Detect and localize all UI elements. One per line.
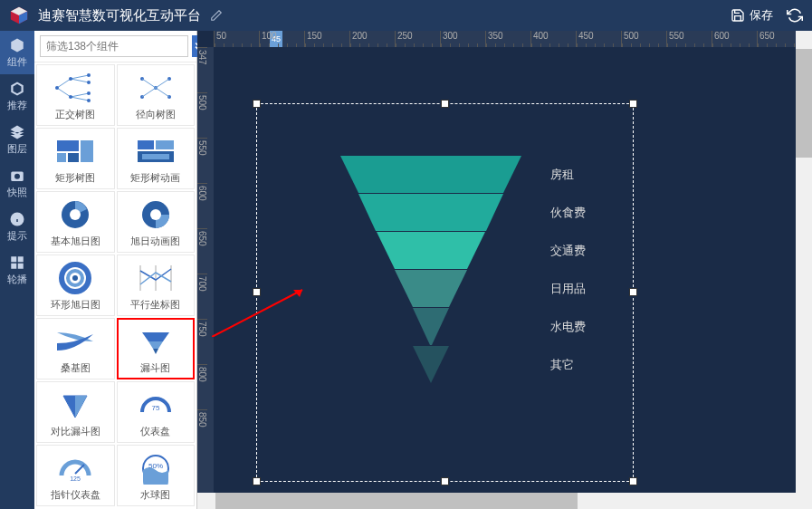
funnel-row: 水电费: [322, 308, 630, 346]
svg-rect-32: [57, 140, 79, 151]
svg-point-20: [87, 81, 91, 84]
svg-line-15: [71, 97, 89, 101]
svg-text:50%: 50%: [148, 462, 163, 470]
ruler-horizontal: 45 5010015020025030035040045050055060065…: [214, 31, 812, 47]
resize-handle-bl[interactable]: [253, 477, 261, 485]
resize-handle-tc[interactable]: [441, 100, 449, 108]
nav-item-tips[interactable]: 提示: [0, 205, 34, 248]
component-label: 矩形树动画: [130, 171, 180, 185]
component-label: 基本旭日图: [51, 235, 100, 248]
funnel-segment: [413, 346, 449, 383]
component-item[interactable]: 矩形树动画: [117, 128, 196, 189]
save-icon: [731, 8, 745, 23]
component-label: 仪表盘: [140, 425, 170, 438]
search-input[interactable]: [40, 35, 188, 57]
resize-handle-mr[interactable]: [629, 288, 637, 296]
app-header: 迪赛智慧数可视化互动平台 保存: [0, 0, 812, 31]
component-item[interactable]: 75仪表盘: [117, 381, 196, 443]
component-item[interactable]: 径向树图: [117, 64, 196, 126]
component-label: 桑基图: [61, 361, 91, 375]
component-label: 环形旭日图: [51, 298, 100, 312]
svg-point-21: [87, 91, 91, 95]
svg-point-16: [55, 86, 59, 90]
scrollbar-horizontal[interactable]: [197, 493, 796, 509]
svg-line-29: [156, 79, 169, 88]
edit-icon[interactable]: [210, 9, 223, 22]
funnel-row: 交通费: [322, 232, 630, 270]
svg-rect-35: [68, 153, 79, 162]
funnel-label: 日用品: [550, 281, 586, 297]
funnel-segment: [377, 232, 485, 269]
component-thumb: [48, 197, 102, 233]
svg-rect-36: [138, 140, 154, 149]
component-label: 水球图: [140, 488, 170, 502]
svg-text:125: 125: [70, 475, 81, 482]
component-thumb: 50%: [129, 450, 183, 486]
component-thumb: [48, 70, 102, 106]
component-item[interactable]: 平行坐标图: [117, 254, 196, 316]
app-title: 迪赛智慧数可视化互动平台: [38, 7, 201, 24]
funnel-label: 房租: [550, 167, 574, 183]
svg-point-4: [14, 173, 20, 178]
component-item[interactable]: 环形旭日图: [36, 254, 115, 316]
svg-marker-52: [153, 349, 158, 354]
component-thumb: [48, 133, 102, 169]
app-logo: [9, 5, 29, 25]
svg-line-14: [71, 93, 89, 97]
component-thumb: [48, 323, 102, 360]
svg-line-12: [71, 75, 89, 79]
svg-point-43: [150, 209, 161, 220]
svg-rect-7: [18, 256, 24, 262]
component-item[interactable]: 基本旭日图: [36, 191, 115, 253]
scrollbar-vertical[interactable]: [796, 31, 812, 509]
component-item[interactable]: 桑基图: [36, 318, 115, 379]
funnel-label: 交通费: [550, 243, 586, 259]
component-item[interactable]: 漏斗图: [117, 318, 196, 379]
component-thumb: [129, 197, 183, 233]
svg-rect-33: [81, 140, 93, 162]
funnel-segment: [395, 270, 466, 307]
svg-text:75: 75: [151, 404, 159, 412]
nav-item-carousel[interactable]: 轮播: [0, 248, 34, 292]
component-thumb: [129, 133, 183, 169]
nav-item-components[interactable]: 组件: [0, 31, 34, 74]
funnel-chart[interactable]: 房租伙食费交通费日用品水电费其它: [322, 156, 630, 384]
component-thumb: [129, 70, 183, 106]
ruler-vertical: 347500550600650700750800850: [197, 47, 214, 509]
component-item[interactable]: 125指针仪表盘: [36, 445, 115, 506]
nav-item-layers[interactable]: 图层: [0, 118, 34, 161]
component-item[interactable]: 对比漏斗图: [36, 381, 115, 443]
resize-handle-br[interactable]: [629, 477, 637, 485]
component-thumb: [48, 387, 102, 423]
resize-handle-bc[interactable]: [441, 477, 449, 485]
component-item[interactable]: 矩形树图: [36, 128, 115, 189]
component-label: 矩形树图: [55, 171, 95, 185]
component-thumb: 75: [129, 387, 183, 423]
refresh-icon[interactable]: [787, 7, 803, 24]
canvas-area[interactable]: 45 5010015020025030035040045050055060065…: [197, 31, 812, 509]
resize-handle-tr[interactable]: [629, 100, 637, 108]
svg-line-31: [156, 88, 169, 97]
svg-marker-51: [148, 341, 163, 349]
component-label: 指针仪表盘: [51, 488, 100, 502]
save-button[interactable]: 保存: [731, 7, 773, 24]
svg-rect-37: [156, 140, 174, 149]
component-thumb: [48, 260, 102, 296]
resize-handle-tl[interactable]: [253, 100, 261, 108]
funnel-label: 水电费: [550, 319, 586, 335]
nav-sidebar: 组件 推荐 图层 快照 提示 轮播: [0, 31, 34, 509]
nav-item-snapshot[interactable]: 快照: [0, 161, 34, 205]
component-item[interactable]: 旭日动画图: [117, 191, 196, 253]
svg-point-17: [69, 77, 72, 81]
funnel-label: 其它: [550, 357, 574, 373]
component-thumb: 125: [48, 450, 102, 486]
component-panel: 正交树图径向树图矩形树图矩形树动画基本旭日图旭日动画图环形旭日图平行坐标图桑基图…: [34, 31, 197, 509]
funnel-segment: [413, 308, 450, 345]
component-item[interactable]: 正交树图: [36, 64, 115, 126]
component-label: 平行坐标图: [130, 298, 180, 312]
nav-item-recommend[interactable]: 推荐: [0, 74, 34, 118]
funnel-row: 伙食费: [322, 194, 630, 232]
resize-handle-ml[interactable]: [253, 288, 261, 296]
component-item[interactable]: 50%水球图: [117, 445, 196, 506]
svg-line-57: [75, 465, 84, 474]
